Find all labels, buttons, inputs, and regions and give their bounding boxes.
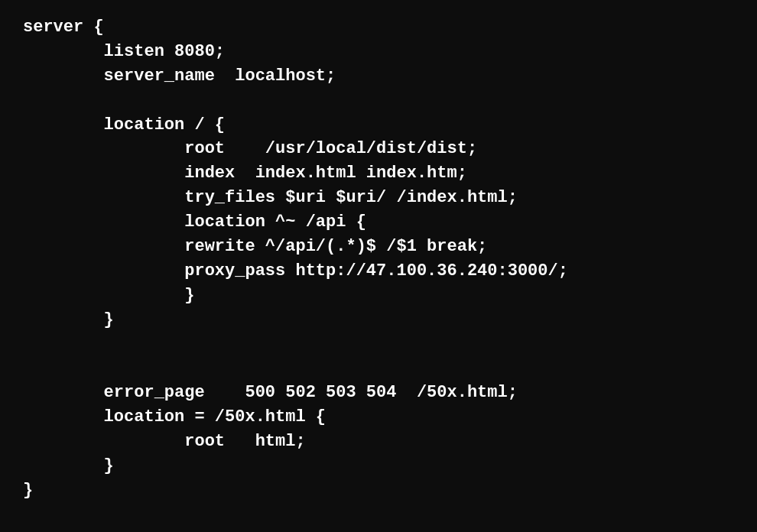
code-block: server { listen 8080; server_name localh… (0, 0, 757, 532)
